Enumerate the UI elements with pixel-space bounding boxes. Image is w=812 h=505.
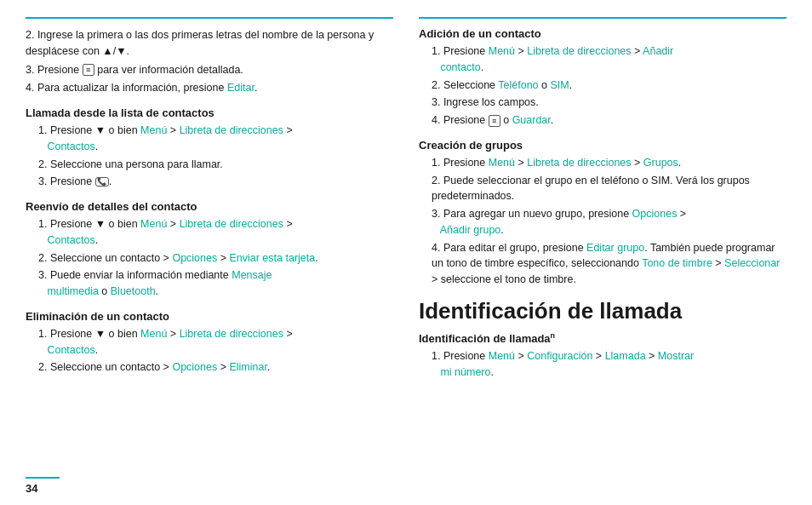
right-column: Adición de un contacto 1. Presione Menú … <box>419 17 786 488</box>
identificacion-llamada-heading: Identificación de llamada <box>419 298 786 324</box>
creacion-grupos-item-4: 4. Para editar el grupo, presione Editar… <box>419 240 786 288</box>
libreta-link-r1[interactable]: Libreta de direcciones <box>180 218 283 230</box>
eliminacion-section: Eliminación de un contacto 1. Presione ▼… <box>26 310 393 376</box>
eliminacion-list: 1. Presione ▼ o bien Menú > Libreta de d… <box>26 326 393 376</box>
reenvio-title: Reenvío de detalles del contacto <box>26 200 393 213</box>
guardar-link[interactable]: Guardar <box>512 114 551 126</box>
contactos-link-e1[interactable]: Contactos <box>47 344 94 356</box>
llamada-link-i1[interactable]: Llamada <box>605 350 646 362</box>
menu-link-g1[interactable]: Menú <box>489 157 515 169</box>
menu-link-a1[interactable]: Menú <box>489 45 515 57</box>
llamada-lista-section: Llamada desde la lista de contactos 1. P… <box>26 106 393 190</box>
intro-item-3: 3. Presione ≡ para ver información detal… <box>26 62 393 78</box>
añadir-grupo-link[interactable]: Añadir grupo <box>440 224 501 236</box>
llamada-lista-list: 1. Presione ▼ o bien Menú > Libreta de d… <box>26 123 393 190</box>
adicion-title: Adición de un contacto <box>419 27 786 40</box>
intro-item-3-suffix: para ver información detallada. <box>94 64 243 76</box>
adicion-list: 1. Presione Menú > Libreta de direccione… <box>419 43 786 129</box>
reenvio-list: 1. Presione ▼ o bien Menú > Libreta de d… <box>26 216 393 300</box>
page-container: 2. Ingrese la primera o las dos primeras… <box>0 0 812 505</box>
libreta-link-a1[interactable]: Libreta de direcciones <box>527 45 631 57</box>
creacion-grupos-section: Creación de grupos 1. Presione Menú > Li… <box>419 139 786 288</box>
llamada-lista-item-2: 2. Seleccione una persona para llamar. <box>26 157 393 173</box>
reenvio-item-3: 3. Puede enviar la información mediante … <box>26 267 393 300</box>
intro-item-4: 4. Para actualizar la información, presi… <box>26 80 393 96</box>
eliminar-link[interactable]: Eliminar <box>229 361 266 373</box>
reenvio-item-1: 1. Presione ▼ o bien Menú > Libreta de d… <box>26 216 393 249</box>
reenvio-section: Reenvío de detalles del contacto 1. Pres… <box>26 200 393 300</box>
creacion-grupos-item-1: 1. Presione Menú > Libreta de direccione… <box>419 155 786 171</box>
telefono-link[interactable]: Teléfono <box>498 79 538 91</box>
menu-link-r1[interactable]: Menú <box>140 218 167 230</box>
adicion-item-1: 1. Presione Menú > Libreta de direccione… <box>419 43 786 76</box>
libreta-link-1[interactable]: Libreta de direcciones <box>180 124 283 136</box>
libreta-link-e1[interactable]: Libreta de direcciones <box>180 328 283 340</box>
eliminacion-item-2: 2. Seleccione un contacto > Opciones > E… <box>26 359 393 376</box>
adicion-item-3: 3. Ingrese los campos. <box>419 95 786 111</box>
identificacion-sub-list: 1. Presione Menú > Configuración > Llama… <box>419 348 786 381</box>
opciones-link-e2[interactable]: Opciones <box>172 361 217 373</box>
contactos-link-r1[interactable]: Contactos <box>47 234 94 246</box>
llamada-lista-item-1: 1. Presione ▼ o bien Menú > Libreta de d… <box>26 123 393 155</box>
seleccionar-link[interactable]: Seleccionar <box>724 257 780 269</box>
mensaje-multimedia-link[interactable]: Mensaje multimedia <box>38 269 272 297</box>
intro-item-4-text: 4. Para actualizar la información, presi… <box>26 82 257 94</box>
editar-grupo-link[interactable]: Editar grupo <box>586 242 644 254</box>
reenvio-item-2: 2. Seleccione un contacto > Opciones > E… <box>26 250 393 267</box>
menu-link-i1[interactable]: Menú <box>489 350 515 362</box>
intro-item-3-text: 3. Presione <box>26 64 83 76</box>
intro-item-2: 2. Ingrese la primera o las dos primeras… <box>26 27 393 60</box>
adicion-section: Adición de un contacto 1. Presione Menú … <box>419 27 786 129</box>
menu-link-1[interactable]: Menú <box>140 124 167 136</box>
adicion-item-4: 4. Presione ≡ o Guardar. <box>419 112 786 129</box>
llamada-lista-item-3: 3. Presione 📞. <box>26 174 393 190</box>
intro-item-2-text: 2. Ingrese la primera o las dos primeras… <box>26 29 374 57</box>
identificacion-sub-title: Identificación de llamadan <box>419 331 786 345</box>
configuracion-link[interactable]: Configuración <box>527 350 592 362</box>
page-number: 34 <box>26 477 60 495</box>
tono-timbre-link[interactable]: Tono de timbre <box>642 257 712 269</box>
menu-link-e1[interactable]: Menú <box>140 328 167 340</box>
creacion-grupos-title: Creación de grupos <box>419 139 786 152</box>
llamada-lista-title: Llamada desde la lista de contactos <box>26 106 393 119</box>
menu-icon-a4: ≡ <box>489 115 500 127</box>
creacion-grupos-item-3: 3. Para agregar un nuevo grupo, presione… <box>419 206 786 238</box>
left-column: 2. Ingrese la primera o las dos primeras… <box>26 17 393 488</box>
opciones-link-r2[interactable]: Opciones <box>172 252 217 264</box>
eliminacion-title: Eliminación de un contacto <box>26 310 393 323</box>
contactos-link-1[interactable]: Contactos <box>47 141 94 152</box>
editar-link[interactable]: Editar <box>227 82 254 94</box>
enviar-tarjeta-link[interactable]: Enviar esta tarjeta <box>229 252 315 264</box>
menu-icon-small: ≡ <box>83 64 94 76</box>
phone-icon: 📞 <box>95 177 109 187</box>
eliminacion-item-1: 1. Presione ▼ o bien Menú > Libreta de d… <box>26 326 393 359</box>
adicion-item-2: 2. Seleccione Teléfono o SIM. <box>419 77 786 94</box>
identificacion-sub-section: Identificación de llamadan 1. Presione M… <box>419 331 786 381</box>
libreta-link-g1[interactable]: Libreta de direcciones <box>527 157 631 169</box>
sim-link[interactable]: SIM <box>550 79 569 91</box>
creacion-grupos-item-2: 2. Puede seleccionar el grupo en el telé… <box>419 173 786 205</box>
grupos-link[interactable]: Grupos <box>643 157 678 169</box>
identificacion-sub-item-1: 1. Presione Menú > Configuración > Llama… <box>419 348 786 381</box>
superscript-n: n <box>551 331 556 340</box>
creacion-grupos-list: 1. Presione Menú > Libreta de direccione… <box>419 155 786 288</box>
opciones-link-g3[interactable]: Opciones <box>632 208 678 220</box>
bluetooth-link[interactable]: Bluetooth <box>111 285 156 297</box>
intro-section: 2. Ingrese la primera o las dos primeras… <box>26 27 393 96</box>
